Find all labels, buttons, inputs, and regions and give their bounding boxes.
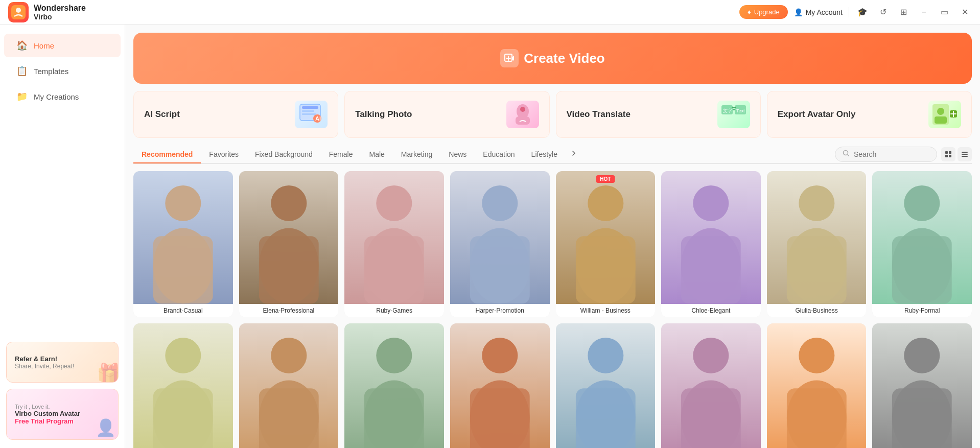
avatar-card-arjun[interactable]: Arjun - Araber — [133, 323, 233, 449]
search-input[interactable] — [854, 150, 929, 158]
tab-male[interactable]: Male — [361, 146, 392, 163]
talking-photo-img — [506, 101, 539, 128]
svg-rect-24 — [949, 155, 951, 157]
avatar-name-brandt: Brandt-Casual — [133, 304, 233, 317]
tab-education[interactable]: Education — [475, 146, 523, 163]
minimize-button[interactable]: − — [917, 5, 931, 19]
avatar-card-mina[interactable]: Mina - Hanfu — [344, 323, 444, 449]
create-video-icon — [500, 49, 519, 67]
view-toggle — [941, 147, 972, 161]
avatar-card-chloe[interactable]: Chloe-Elegant — [661, 171, 761, 317]
feature-video-translate[interactable]: Video Translate 文字Text — [556, 91, 761, 138]
svg-rect-25 — [962, 152, 968, 153]
avatar-card-gabriel[interactable]: Gabriel-Business — [239, 323, 339, 449]
course-icon-button[interactable]: 🎓 — [855, 5, 870, 19]
avatar-card-giulia[interactable]: Giulia-Business — [767, 171, 867, 317]
svg-point-40 — [588, 185, 623, 221]
filter-tabs-row: Recommended Favorites Fixed Background F… — [133, 145, 972, 164]
avatar-card-elena[interactable]: Elena-Professional — [239, 171, 339, 317]
svg-point-11 — [520, 107, 525, 112]
sidebar-promo: Refer & Earn! Share, Invite, Repeat! 🎁 T… — [6, 342, 119, 440]
svg-point-55 — [271, 337, 307, 373]
list-view-button[interactable] — [958, 147, 972, 161]
sidebar-item-templates[interactable]: 📋 Templates — [4, 59, 121, 83]
avatar-card-william[interactable]: HOT William - Business — [556, 171, 656, 317]
create-video-button[interactable]: Create Video — [500, 49, 604, 67]
avatar-img-arjun — [133, 323, 233, 449]
svg-rect-51 — [892, 236, 952, 303]
sidebar: 🏠 Home 📋 Templates 📁 My Creations Refer … — [0, 25, 125, 448]
svg-point-61 — [482, 337, 518, 373]
maximize-button[interactable]: ▭ — [937, 5, 951, 19]
tab-news[interactable]: News — [440, 146, 475, 163]
svg-rect-27 — [962, 156, 968, 157]
svg-rect-60 — [364, 388, 424, 448]
talking-photo-label: Talking Photo — [355, 109, 412, 120]
feature-talking-photo[interactable]: Talking Photo — [344, 91, 549, 138]
svg-rect-4 — [302, 106, 318, 109]
svg-point-20 — [844, 150, 848, 155]
virbo-custom-title: Virbo Custom Avatar — [15, 410, 110, 417]
avatar-name-ruby-formal: Ruby-Formal — [872, 304, 972, 317]
ai-script-label: AI Script — [144, 109, 180, 120]
feature-ai-script[interactable]: AI Script AI — [133, 91, 338, 138]
refer-earn-card[interactable]: Refer & Earn! Share, Invite, Repeat! 🎁 — [6, 342, 119, 383]
filter-more-button[interactable] — [566, 145, 582, 163]
templates-label: Templates — [34, 67, 68, 76]
avatar-card-harper-news[interactable]: Harper - News Anchor — [556, 323, 656, 449]
app-name: Wondershare — [34, 4, 86, 13]
tab-recommended[interactable]: Recommended — [133, 146, 201, 163]
avatar-card-contee[interactable]: Contee-Leisure — [661, 323, 761, 449]
svg-point-70 — [799, 337, 834, 373]
avatar-card-harper-promo[interactable]: Harper-Promotion — [450, 171, 550, 317]
custom-avatar-card[interactable]: Try it , Love it. Virbo Custom Avatar Fr… — [6, 389, 119, 440]
avatar-img-harper-promo — [450, 171, 550, 304]
svg-point-31 — [271, 185, 307, 221]
templates-icon: 📋 — [16, 65, 28, 77]
tab-favorites[interactable]: Favorites — [201, 146, 247, 163]
avatar-card-brandt[interactable]: Brandt-Casual — [133, 171, 233, 317]
grid-view-button[interactable] — [941, 147, 955, 161]
avatar-img-william: HOT — [556, 171, 656, 304]
svg-rect-22 — [949, 151, 951, 154]
avatar-name-giulia: Giulia-Business — [767, 304, 867, 317]
sidebar-item-my-creations[interactable]: 📁 My Creations — [4, 85, 121, 108]
tab-marketing[interactable]: Marketing — [393, 146, 440, 163]
svg-point-52 — [165, 337, 201, 373]
avatar-img-ruby-formal — [872, 171, 972, 304]
sidebar-item-home[interactable]: 🏠 Home — [4, 34, 121, 57]
avatar-img-giulia — [767, 171, 867, 304]
create-video-banner[interactable]: Create Video — [133, 33, 972, 84]
avatar-img-elena — [239, 171, 339, 304]
my-creations-label: My Creations — [34, 92, 79, 101]
avatar-card-amara[interactable]: Amara - Traditional — [767, 323, 867, 449]
help-icon-button[interactable]: ↺ — [876, 5, 890, 19]
avatar-img-chloe — [661, 171, 761, 304]
home-label: Home — [34, 41, 54, 50]
tab-lifestyle[interactable]: Lifestyle — [523, 146, 566, 163]
avatar-card-noppon[interactable]: Noppon - Fitness — [872, 323, 972, 449]
tab-female[interactable]: Female — [321, 146, 361, 163]
my-creations-icon: 📁 — [16, 91, 28, 102]
grid-icon-button[interactable]: ⊞ — [896, 5, 911, 19]
avatar-name-harper-promo: Harper-Promotion — [450, 304, 550, 317]
search-input-wrap[interactable] — [835, 147, 937, 162]
titlebar-actions: ♦ Upgrade 👤 My Account 🎓 ↺ ⊞ − ▭ ✕ — [739, 5, 972, 19]
svg-point-28 — [165, 185, 201, 221]
svg-point-67 — [693, 337, 729, 373]
titlebar-divider — [849, 7, 849, 17]
tab-fixed-background[interactable]: Fixed Background — [247, 146, 321, 163]
app-sub: Virbo — [34, 13, 86, 21]
svg-point-49 — [904, 185, 940, 221]
my-account-button[interactable]: 👤 My Account — [794, 8, 843, 16]
close-button[interactable]: ✕ — [958, 5, 972, 19]
avatar-card-ruby-games[interactable]: Ruby-Games — [344, 171, 444, 317]
upgrade-button[interactable]: ♦ Upgrade — [739, 5, 788, 19]
export-avatar-img — [928, 101, 961, 128]
feature-export-avatar[interactable]: Export Avatar Only — [767, 91, 972, 138]
avatar-img-amara — [767, 323, 867, 449]
avatar-card-ruby-formal[interactable]: Ruby-Formal — [872, 171, 972, 317]
gift-icon: 🎁 — [97, 362, 119, 383]
avatar-card-john[interactable]: John-Marketer — [450, 323, 550, 449]
svg-rect-45 — [681, 236, 741, 303]
